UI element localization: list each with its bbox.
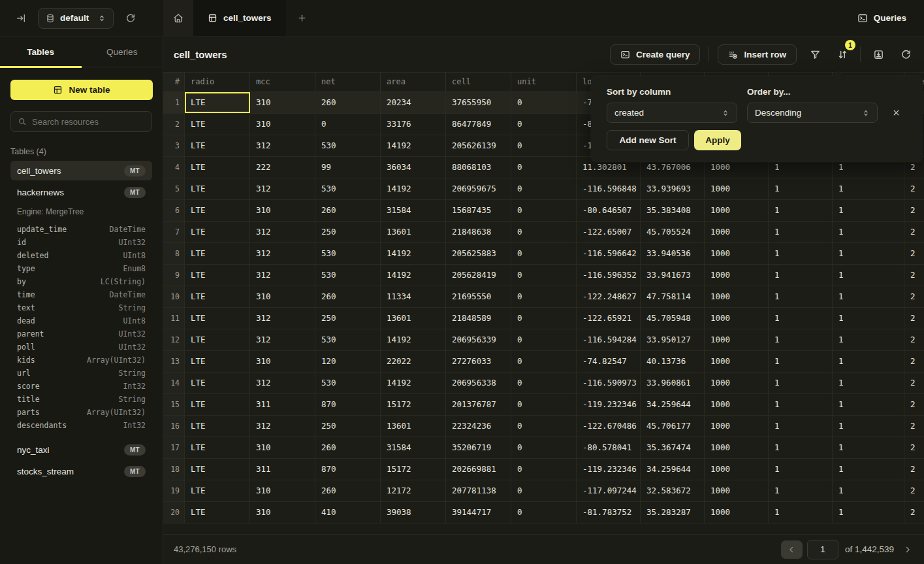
table-cell[interactable]: LTE [185,200,250,221]
table-cell[interactable]: -116.590973 [577,373,641,393]
table-cell[interactable]: LTE [185,222,250,242]
table-cell[interactable]: 1 [833,308,904,329]
table-cell[interactable]: LTE [185,243,250,264]
table-cell[interactable]: 1 [833,200,904,221]
table-cell[interactable]: 202669881 [446,459,511,480]
table-cell[interactable]: 1 [769,351,833,372]
table-cell[interactable]: 0 [511,351,577,372]
table-cell[interactable]: 312 [250,373,315,393]
table-cell[interactable]: 15687435 [446,200,511,221]
remove-sort-icon[interactable] [892,108,900,117]
table-cell[interactable]: 1000 [705,502,769,523]
table-cell[interactable]: 310 [250,437,315,458]
table-cell[interactable]: 14192 [381,135,446,156]
table-cell[interactable]: 14192 [381,329,446,350]
table-cell[interactable]: 47.758114 [641,286,705,307]
table-cell[interactable]: 1000 [705,308,769,329]
table-cell[interactable]: 13601 [381,416,446,437]
table-cell[interactable]: 1 [769,178,833,199]
table-cell[interactable]: 1 [769,373,833,393]
table-cell[interactable]: 39144717 [446,502,511,523]
table-cell[interactable]: 11334 [381,286,446,307]
table-cell[interactable]: -116.596642 [577,243,641,264]
sidebar-table-cell_towers[interactable]: cell_towersMT [10,161,152,180]
apply-sort-button[interactable]: Apply [694,130,741,150]
table-cell[interactable]: 1 [769,286,833,307]
table-cell[interactable]: 1000 [705,394,769,415]
table-cell[interactable]: LTE [185,308,250,329]
table-cell[interactable]: 0 [511,135,577,156]
table-cell[interactable]: 22022 [381,351,446,372]
table-cell[interactable]: 1 [833,286,904,307]
table-cell[interactable]: 2 [904,329,924,350]
refresh-database-icon[interactable] [125,13,136,24]
table-cell[interactable]: 1 [833,373,904,393]
table-cell[interactable]: 33176 [381,114,446,135]
table-cell[interactable]: 530 [315,265,381,286]
table-cell[interactable]: 1 [769,502,833,523]
table-cell[interactable]: 1 [769,265,833,286]
table-cell[interactable]: -80.646507 [577,200,641,221]
table-cell[interactable]: 206956339 [446,329,511,350]
sort-order-select[interactable]: Descending [747,103,878,123]
column-header-unit[interactable]: unit [511,73,577,91]
table-cell[interactable]: 2 [904,243,924,264]
table-cell[interactable]: 2 [904,502,924,523]
table-cell[interactable]: LTE [185,394,250,415]
sidebar-table-stocks_stream[interactable]: stocks_streamMT [10,461,152,481]
refresh-table-icon[interactable] [897,45,915,63]
table-cell[interactable]: 530 [315,178,381,199]
table-cell[interactable]: 260 [315,200,381,221]
table-cell[interactable]: 530 [315,373,381,393]
table-cell[interactable]: 0 [511,178,577,199]
insert-row-button[interactable]: Insert row [718,44,797,65]
table-cell[interactable]: 1000 [705,178,769,199]
table-cell[interactable]: 33.940536 [641,243,705,264]
table-cell[interactable]: LTE [185,329,250,350]
table-cell[interactable]: 0 [511,502,577,523]
table-cell[interactable]: 312 [250,265,315,286]
table-cell[interactable]: 250 [315,308,381,329]
table-cell[interactable]: 1000 [705,265,769,286]
table-cell[interactable]: 2 [904,416,924,437]
table-cell[interactable]: 21695550 [446,286,511,307]
table-cell[interactable]: 33.960861 [641,373,705,393]
column-header-cell[interactable]: cell [446,73,511,91]
table-cell[interactable]: 1 [833,480,904,501]
table-cell[interactable]: -122.670486 [577,416,641,437]
column-header-area[interactable]: area [381,73,446,91]
column-header-radio[interactable]: radio [185,73,250,91]
table-cell[interactable]: 1000 [705,480,769,501]
table-cell[interactable]: -122.248627 [577,286,641,307]
table-cell[interactable]: 1 [769,308,833,329]
table-cell[interactable]: 88068103 [446,157,511,178]
table-cell[interactable]: -117.097244 [577,480,641,501]
table-cell[interactable]: LTE [185,416,250,437]
next-page-button[interactable] [903,545,912,554]
prev-page-button[interactable] [781,540,803,559]
table-cell[interactable]: 201376787 [446,394,511,415]
table-cell[interactable]: 1 [833,243,904,264]
table-cell[interactable]: 312 [250,416,315,437]
table-cell[interactable]: 12172 [381,480,446,501]
table-cell[interactable]: 14192 [381,373,446,393]
table-cell[interactable]: 20234 [381,92,446,113]
table-cell[interactable]: LTE [185,351,250,372]
table-cell[interactable]: 0 [511,329,577,350]
table-cell[interactable]: 14192 [381,178,446,199]
table-cell[interactable]: 312 [250,222,315,242]
table-cell[interactable]: 34.259644 [641,394,705,415]
table-cell[interactable]: 310 [250,480,315,501]
table-cell[interactable]: 13601 [381,308,446,329]
table-cell[interactable]: 1 [833,459,904,480]
table-cell[interactable]: 35.383408 [641,200,705,221]
table-cell[interactable]: 310 [250,286,315,307]
column-header-net[interactable]: net [315,73,381,91]
sort-icon[interactable]: 1 [833,45,852,63]
table-cell[interactable]: LTE [185,437,250,458]
table-cell[interactable]: 1 [833,222,904,242]
table-cell[interactable]: 530 [315,243,381,264]
table-cell[interactable]: 0 [511,222,577,242]
table-cell[interactable]: 2 [904,437,924,458]
table-cell[interactable]: 21848638 [446,222,511,242]
